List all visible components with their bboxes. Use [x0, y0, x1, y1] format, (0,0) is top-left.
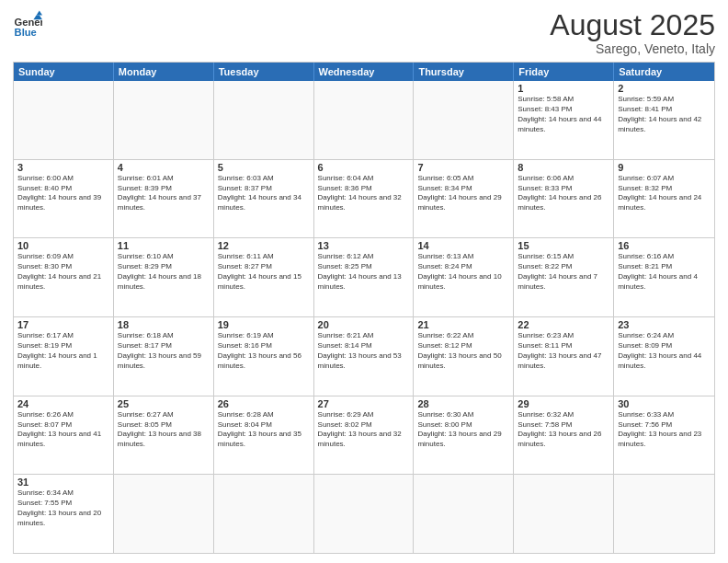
calendar-row: 31Sunrise: 6:34 AM Sunset: 7:55 PM Dayli…	[14, 474, 714, 553]
calendar-cell	[314, 81, 415, 159]
calendar-header: SundayMondayTuesdayWednesdayThursdayFrid…	[14, 63, 714, 81]
calendar-body: 1Sunrise: 5:58 AM Sunset: 8:43 PM Daylig…	[14, 81, 714, 553]
logo: General Blue	[13, 9, 42, 39]
month-title: August 2025	[550, 9, 715, 41]
svg-text:Blue: Blue	[15, 27, 37, 38]
cell-text: Sunrise: 6:15 AM Sunset: 8:22 PM Dayligh…	[518, 252, 609, 292]
location: Sarego, Veneto, Italy	[550, 41, 715, 56]
calendar-cell: 16Sunrise: 6:16 AM Sunset: 8:21 PM Dayli…	[614, 238, 714, 316]
page-header: General Blue August 2025 Sarego, Veneto,…	[13, 9, 715, 56]
calendar-row: 3Sunrise: 6:00 AM Sunset: 8:40 PM Daylig…	[14, 159, 714, 238]
calendar-cell: 18Sunrise: 6:18 AM Sunset: 8:17 PM Dayli…	[114, 317, 214, 396]
cell-text: Sunrise: 6:16 AM Sunset: 8:21 PM Dayligh…	[618, 252, 711, 292]
cell-text: Sunrise: 6:11 AM Sunset: 8:27 PM Dayligh…	[218, 252, 310, 292]
calendar-cell	[614, 475, 714, 553]
calendar-cell: 31Sunrise: 6:34 AM Sunset: 7:55 PM Dayli…	[14, 475, 114, 553]
cell-text: Sunrise: 6:18 AM Sunset: 8:17 PM Dayligh…	[118, 331, 210, 371]
day-number: 30	[618, 398, 711, 409]
day-number: 24	[17, 398, 109, 409]
cell-text: Sunrise: 6:06 AM Sunset: 8:33 PM Dayligh…	[518, 174, 609, 213]
calendar-cell: 25Sunrise: 6:27 AM Sunset: 8:05 PM Dayli…	[114, 396, 214, 475]
cell-text: Sunrise: 6:13 AM Sunset: 8:24 PM Dayligh…	[417, 252, 509, 292]
svg-marker-2	[37, 11, 42, 16]
calendar-row: 24Sunrise: 6:26 AM Sunset: 8:07 PM Dayli…	[14, 396, 714, 475]
calendar-row: 17Sunrise: 6:17 AM Sunset: 8:19 PM Dayli…	[14, 316, 714, 396]
calendar-cell: 30Sunrise: 6:33 AM Sunset: 7:56 PM Dayli…	[614, 396, 714, 475]
day-number: 6	[318, 162, 410, 173]
calendar-cell: 2Sunrise: 5:59 AM Sunset: 8:41 PM Daylig…	[614, 81, 714, 159]
calendar-cell	[414, 475, 514, 553]
calendar-cell: 23Sunrise: 6:24 AM Sunset: 8:09 PM Dayli…	[614, 317, 714, 396]
day-number: 12	[218, 240, 310, 251]
calendar-cell: 7Sunrise: 6:05 AM Sunset: 8:34 PM Daylig…	[414, 160, 514, 238]
cell-text: Sunrise: 6:05 AM Sunset: 8:34 PM Dayligh…	[417, 174, 509, 213]
cell-text: Sunrise: 6:34 AM Sunset: 7:55 PM Dayligh…	[17, 488, 109, 528]
cell-text: Sunrise: 6:24 AM Sunset: 8:09 PM Dayligh…	[618, 331, 711, 371]
day-number: 1	[518, 83, 609, 94]
cell-text: Sunrise: 6:00 AM Sunset: 8:40 PM Dayligh…	[17, 174, 109, 213]
calendar-cell: 26Sunrise: 6:28 AM Sunset: 8:04 PM Dayli…	[214, 396, 314, 475]
day-number: 31	[17, 477, 109, 488]
cell-text: Sunrise: 6:22 AM Sunset: 8:12 PM Dayligh…	[417, 331, 509, 371]
cell-text: Sunrise: 6:26 AM Sunset: 8:07 PM Dayligh…	[17, 410, 109, 450]
day-number: 7	[417, 162, 509, 173]
weekday-header: Sunday	[14, 63, 114, 81]
calendar: SundayMondayTuesdayWednesdayThursdayFrid…	[13, 62, 715, 554]
calendar-cell	[14, 81, 114, 159]
calendar-cell: 15Sunrise: 6:15 AM Sunset: 8:22 PM Dayli…	[514, 238, 614, 316]
cell-text: Sunrise: 6:28 AM Sunset: 8:04 PM Dayligh…	[218, 410, 310, 450]
weekday-header: Saturday	[614, 63, 714, 81]
calendar-cell: 8Sunrise: 6:06 AM Sunset: 8:33 PM Daylig…	[514, 160, 614, 238]
day-number: 16	[618, 240, 711, 251]
calendar-cell: 27Sunrise: 6:29 AM Sunset: 8:02 PM Dayli…	[314, 396, 415, 475]
calendar-cell: 28Sunrise: 6:30 AM Sunset: 8:00 PM Dayli…	[414, 396, 514, 475]
calendar-cell: 22Sunrise: 6:23 AM Sunset: 8:11 PM Dayli…	[514, 317, 614, 396]
calendar-cell: 19Sunrise: 6:19 AM Sunset: 8:16 PM Dayli…	[214, 317, 314, 396]
cell-text: Sunrise: 6:19 AM Sunset: 8:16 PM Dayligh…	[218, 331, 310, 371]
weekday-header: Friday	[514, 63, 614, 81]
day-number: 13	[318, 240, 410, 251]
calendar-cell	[214, 81, 314, 159]
calendar-cell: 6Sunrise: 6:04 AM Sunset: 8:36 PM Daylig…	[314, 160, 415, 238]
cell-text: Sunrise: 6:29 AM Sunset: 8:02 PM Dayligh…	[318, 410, 410, 450]
cell-text: Sunrise: 6:09 AM Sunset: 8:30 PM Dayligh…	[17, 252, 109, 292]
day-number: 25	[118, 398, 210, 409]
day-number: 2	[618, 83, 711, 94]
calendar-cell: 12Sunrise: 6:11 AM Sunset: 8:27 PM Dayli…	[214, 238, 314, 316]
title-block: August 2025 Sarego, Veneto, Italy	[550, 9, 715, 56]
cell-text: Sunrise: 6:04 AM Sunset: 8:36 PM Dayligh…	[318, 174, 410, 213]
calendar-cell: 4Sunrise: 6:01 AM Sunset: 8:39 PM Daylig…	[114, 160, 214, 238]
calendar-cell: 29Sunrise: 6:32 AM Sunset: 7:58 PM Dayli…	[514, 396, 614, 475]
day-number: 29	[518, 398, 609, 409]
logo-icon: General Blue	[13, 9, 42, 39]
cell-text: Sunrise: 6:32 AM Sunset: 7:58 PM Dayligh…	[518, 410, 609, 450]
day-number: 14	[417, 240, 509, 251]
day-number: 3	[17, 162, 109, 173]
day-number: 19	[218, 319, 310, 330]
calendar-cell	[314, 475, 415, 553]
calendar-row: 10Sunrise: 6:09 AM Sunset: 8:30 PM Dayli…	[14, 237, 714, 316]
weekday-header: Tuesday	[214, 63, 314, 81]
cell-text: Sunrise: 6:23 AM Sunset: 8:11 PM Dayligh…	[518, 331, 609, 371]
calendar-cell	[114, 475, 214, 553]
calendar-cell: 9Sunrise: 6:07 AM Sunset: 8:32 PM Daylig…	[614, 160, 714, 238]
day-number: 10	[17, 240, 109, 251]
calendar-cell	[514, 475, 614, 553]
calendar-cell: 10Sunrise: 6:09 AM Sunset: 8:30 PM Dayli…	[14, 238, 114, 316]
day-number: 15	[518, 240, 609, 251]
calendar-cell: 11Sunrise: 6:10 AM Sunset: 8:29 PM Dayli…	[114, 238, 214, 316]
calendar-cell	[114, 81, 214, 159]
calendar-cell	[414, 81, 514, 159]
calendar-cell: 17Sunrise: 6:17 AM Sunset: 8:19 PM Dayli…	[14, 317, 114, 396]
weekday-header: Thursday	[414, 63, 514, 81]
cell-text: Sunrise: 6:33 AM Sunset: 7:56 PM Dayligh…	[618, 410, 711, 450]
calendar-cell: 21Sunrise: 6:22 AM Sunset: 8:12 PM Dayli…	[414, 317, 514, 396]
calendar-cell: 3Sunrise: 6:00 AM Sunset: 8:40 PM Daylig…	[14, 160, 114, 238]
day-number: 23	[618, 319, 711, 330]
day-number: 5	[218, 162, 310, 173]
day-number: 27	[318, 398, 410, 409]
day-number: 21	[417, 319, 509, 330]
day-number: 17	[17, 319, 109, 330]
cell-text: Sunrise: 6:07 AM Sunset: 8:32 PM Dayligh…	[618, 174, 711, 213]
calendar-cell	[214, 475, 314, 553]
